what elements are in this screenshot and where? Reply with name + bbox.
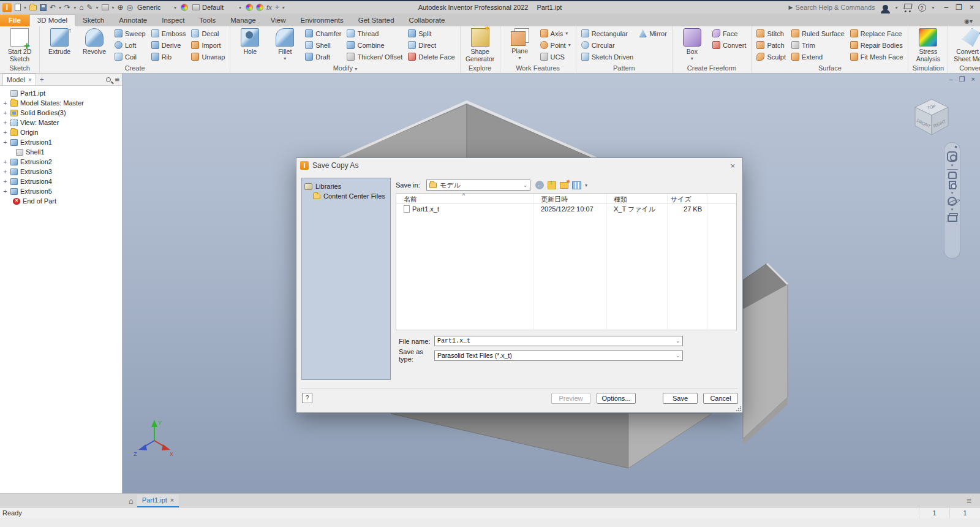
- tree-item-extrusion5[interactable]: +Extrusion5: [2, 186, 122, 196]
- tab-annotate[interactable]: Annotate: [111, 15, 154, 26]
- adjust-appearance-icon[interactable]: [246, 4, 253, 11]
- tab-environments[interactable]: Environments: [293, 15, 350, 26]
- tab-3d-model[interactable]: 3D Model: [29, 14, 75, 26]
- tab-sketch[interactable]: Sketch: [75, 15, 111, 26]
- save-as-type-caret-icon[interactable]: ⌄: [676, 353, 680, 358]
- sketch-plane-icon[interactable]: ✎: [86, 3, 92, 12]
- viewport-close-icon[interactable]: ×: [971, 75, 975, 83]
- expander-icon[interactable]: +: [2, 129, 8, 136]
- undo-caret-icon[interactable]: ▾: [59, 5, 61, 10]
- dialog-close-icon[interactable]: ×: [726, 161, 739, 170]
- fillet-button[interactable]: Fillet ▾: [268, 28, 302, 63]
- column-size[interactable]: サイズ: [667, 194, 707, 203]
- appearance-combo[interactable]: Default ▾: [191, 4, 243, 11]
- chamfer-button[interactable]: Chamfer: [303, 28, 344, 39]
- unwrap-button[interactable]: Unwrap: [189, 51, 227, 63]
- navigation-wheel-icon[interactable]: [947, 151, 957, 162]
- new-caret-icon[interactable]: ▾: [24, 5, 26, 10]
- tab-file[interactable]: File: [0, 15, 29, 26]
- extend-button[interactable]: Extend: [789, 51, 847, 63]
- dialog-resize-grip[interactable]: [736, 406, 741, 411]
- view-menu-caret-icon[interactable]: ▾: [585, 183, 587, 188]
- viewport-3d[interactable]: – ❐ × TOP FRONT RIGHT ● ▾ ▾: [123, 74, 980, 493]
- document-tab-menu-icon[interactable]: ≡: [967, 496, 971, 506]
- plane-button[interactable]: Plane ▾: [503, 28, 537, 63]
- panel-simulation-label[interactable]: Simulation: [910, 64, 946, 73]
- panel-pattern-label[interactable]: Pattern: [578, 64, 671, 73]
- viewport-minimize-icon[interactable]: –: [949, 75, 953, 83]
- rib-button[interactable]: Rib: [149, 51, 189, 63]
- add-command-icon[interactable]: +: [275, 3, 279, 12]
- stitch-button[interactable]: Stitch: [754, 28, 788, 39]
- save-as-type-combo[interactable]: Parasolid Text Files (*.x_t) ⌄: [434, 351, 683, 361]
- file-row-part1-xt[interactable]: Part1.x_t 2025/12/22 10:07 X_T ファイル 27 K…: [396, 204, 736, 214]
- freeform-face-button[interactable]: Face: [710, 28, 749, 39]
- appearance-sphere-icon[interactable]: [181, 4, 188, 11]
- fit-mesh-face-button[interactable]: Fit Mesh Face: [848, 51, 906, 63]
- replace-face-button[interactable]: Replace Face: [848, 28, 906, 39]
- expander-icon[interactable]: +: [2, 169, 8, 175]
- dialog-title-bar[interactable]: I Save Copy As ×: [296, 158, 742, 173]
- freeform-convert-button[interactable]: Convert: [710, 39, 749, 51]
- start-2d-sketch-button[interactable]: Start 2D Sketch: [2, 28, 37, 63]
- restore-icon[interactable]: ❐: [956, 3, 962, 12]
- document-tab-part1[interactable]: Part1.ipt ×: [137, 495, 179, 507]
- view-cube[interactable]: TOP FRONT RIGHT: [913, 97, 951, 137]
- back-button[interactable]: ←: [535, 181, 544, 189]
- derive-button[interactable]: Derive: [149, 39, 189, 51]
- browser-add-tab-icon[interactable]: +: [40, 75, 44, 84]
- circular-pattern-button[interactable]: Circular: [579, 39, 636, 51]
- sign-in-person-icon[interactable]: [883, 5, 888, 10]
- shell-button[interactable]: Shell: [303, 39, 344, 51]
- close-icon[interactable]: ×: [970, 3, 974, 12]
- freeform-box-button[interactable]: Box ▾: [675, 28, 709, 63]
- tab-get-started[interactable]: Get Started: [351, 15, 402, 26]
- thicken-offset-button[interactable]: Thicken/ Offset: [344, 51, 405, 63]
- orbit-caret-icon[interactable]: ▾: [951, 208, 954, 211]
- file-name-caret-icon[interactable]: ⌄: [676, 338, 680, 344]
- panel-sketch-label[interactable]: Sketch: [1, 64, 38, 73]
- ucs-button[interactable]: UCS: [538, 51, 573, 63]
- zoom-caret-icon[interactable]: ▾: [951, 191, 954, 195]
- help-caret-icon[interactable]: ▾: [932, 5, 935, 10]
- column-date-modified[interactable]: 更新日時: [533, 194, 606, 203]
- hole-button[interactable]: Hole: [233, 28, 267, 56]
- revolve-button[interactable]: Revolve: [77, 28, 111, 56]
- file-name-input[interactable]: Part1.x_t ⌄: [434, 336, 683, 346]
- save-button[interactable]: Save: [663, 393, 698, 404]
- view-menu-button[interactable]: [572, 181, 581, 189]
- component-icon[interactable]: [102, 4, 109, 10]
- home-tab-icon[interactable]: ⌂: [125, 496, 137, 506]
- panel-convert-label[interactable]: Convert: [949, 64, 980, 73]
- panel-create-label[interactable]: Create: [41, 64, 228, 73]
- pan-icon[interactable]: [948, 172, 957, 179]
- browser-tab-model[interactable]: Model ×: [2, 74, 36, 85]
- tree-item-extrusion4[interactable]: +Extrusion4: [2, 176, 122, 186]
- browser-menu-icon[interactable]: ≡: [115, 75, 119, 84]
- navbar-close-icon[interactable]: ●: [954, 145, 957, 150]
- coil-button[interactable]: Coil: [112, 51, 148, 63]
- rectangular-pattern-button[interactable]: Rectangular: [579, 28, 636, 39]
- tree-item-model-states[interactable]: +Model States: Master: [2, 98, 122, 108]
- panel-explore-label[interactable]: Explore: [462, 64, 499, 73]
- parameters-fx-icon[interactable]: fx: [266, 4, 272, 11]
- dialog-help-button[interactable]: ?: [302, 393, 312, 403]
- browser-search-icon[interactable]: [106, 77, 111, 82]
- sketch-driven-button[interactable]: Sketch Driven: [579, 51, 636, 63]
- minimize-icon[interactable]: –: [944, 3, 949, 12]
- import-button[interactable]: Import: [189, 39, 227, 51]
- look-at-icon[interactable]: [948, 215, 957, 222]
- document-tab-close-icon[interactable]: ×: [170, 496, 174, 504]
- tab-collaborate[interactable]: Collaborate: [402, 15, 453, 26]
- undo-icon[interactable]: ↶: [50, 3, 56, 12]
- extrude-button[interactable]: ↑ Extrude: [42, 28, 77, 56]
- search-input[interactable]: [796, 4, 875, 11]
- tree-item-view-master[interactable]: +View: Master: [2, 118, 122, 127]
- tree-item-end-of-part[interactable]: End of Part: [2, 196, 122, 206]
- tab-manage[interactable]: Manage: [223, 15, 263, 26]
- material-combo[interactable]: Generic ▾: [136, 4, 178, 11]
- search-commands[interactable]: ▶: [789, 4, 875, 11]
- qat-customize-caret-icon[interactable]: ▾: [282, 5, 285, 10]
- save-icon[interactable]: [40, 4, 47, 11]
- inventor-logo-icon[interactable]: I: [2, 3, 12, 12]
